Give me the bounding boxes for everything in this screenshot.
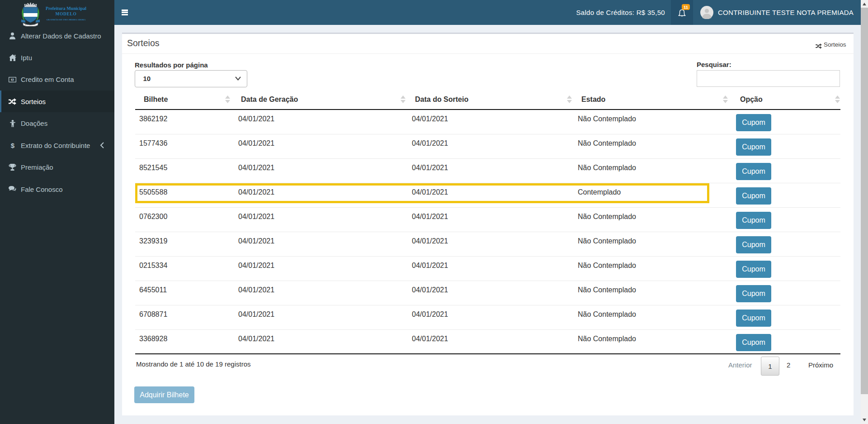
svg-text:$: $ [12,78,14,81]
svg-text:$: $ [10,142,14,149]
